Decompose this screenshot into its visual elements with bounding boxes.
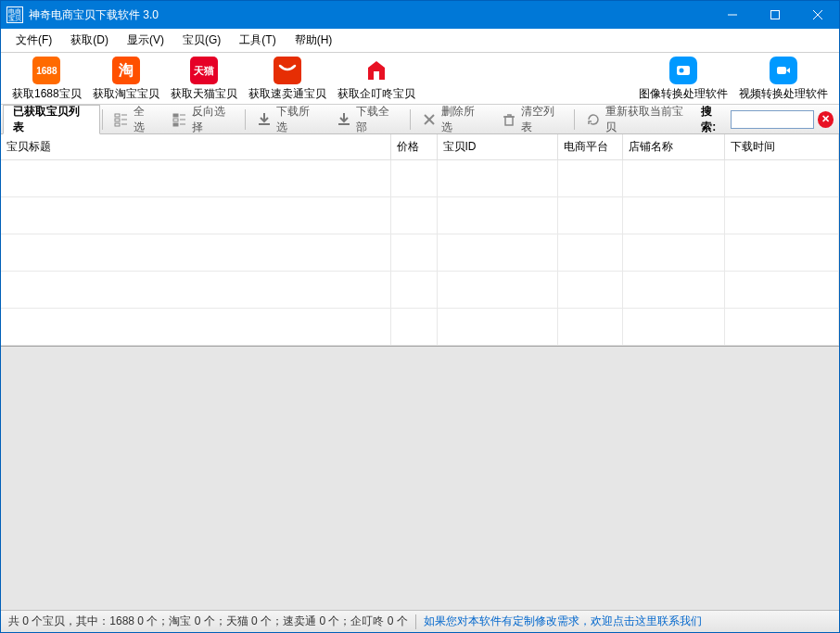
clear-search-button[interactable]: ✕ (818, 111, 834, 128)
table-row[interactable] (1, 309, 839, 346)
menu-bar: 文件(F) 获取(D) 显示(V) 宝贝(G) 工具(T) 帮助(H) (1, 29, 839, 53)
table-row[interactable] (1, 234, 839, 272)
col-shop[interactable]: 店铺名称 (622, 134, 724, 160)
table-header-row: 宝贝标题 价格 宝贝ID 电商平台 店铺名称 下载时间 (1, 134, 839, 160)
table-row[interactable] (1, 160, 839, 197)
acquire-tmall-button[interactable]: 天猫 获取天猫宝贝 (165, 55, 243, 104)
acquire-taobao-button[interactable]: 淘 获取淘宝宝贝 (87, 55, 165, 104)
svg-rect-11 (173, 114, 178, 117)
icon-qdd (363, 57, 390, 84)
col-title[interactable]: 宝贝标题 (1, 134, 390, 160)
select-all-icon (112, 110, 131, 129)
col-id[interactable]: 宝贝ID (437, 134, 557, 160)
download-all-icon (335, 110, 353, 129)
reacquire-button[interactable]: 重新获取当前宝贝 (577, 100, 701, 139)
search-box: 搜索: ✕ (701, 104, 837, 135)
svg-point-6 (680, 69, 684, 73)
download-all-button[interactable]: 下载全部 (327, 100, 407, 139)
select-all-button[interactable]: 全选 (105, 100, 163, 139)
icon-1688: 1688 (32, 57, 60, 84)
download-icon (255, 110, 274, 129)
svg-rect-8 (115, 114, 120, 117)
status-bar: 共 0 个宝贝，其中：1688 0 个；淘宝 0 个；天猫 0 个；速卖通 0 … (1, 610, 839, 632)
svg-rect-18 (505, 117, 513, 125)
delete-selected-button[interactable]: 删除所选 (413, 100, 492, 139)
acquire-qdd-button[interactable]: 获取企叮咚宝贝 (332, 55, 421, 104)
contact-link[interactable]: 如果您对本软件有定制修改需求，欢迎点击这里联系我们 (424, 614, 702, 629)
window-title: 神奇电商宝贝下载软件 3.0 (29, 7, 711, 23)
image-convert-button[interactable]: 图像转换处理软件 (633, 55, 733, 104)
empty-detail-area (1, 346, 839, 610)
icon-smt (274, 57, 301, 84)
video-convert-icon (770, 57, 797, 84)
video-convert-button[interactable]: 视频转换处理软件 (733, 55, 834, 104)
col-platform[interactable]: 电商平台 (557, 134, 622, 160)
search-input[interactable] (731, 110, 814, 129)
search-label: 搜索: (701, 104, 726, 135)
secondary-toolbar: 已获取宝贝列表 全选 反向选择 下载所选 下载全部 删除所选 清空列表 重新获取… (1, 105, 839, 134)
delete-icon (420, 110, 439, 129)
invert-selection-icon (171, 110, 189, 129)
col-dltime[interactable]: 下载时间 (724, 134, 839, 160)
svg-rect-12 (173, 119, 178, 121)
tab-acquired-list[interactable]: 已获取宝贝列表 (3, 105, 100, 134)
menu-display[interactable]: 显示(V) (118, 30, 173, 51)
main-toolbar: 1688 获取1688宝贝 淘 获取淘宝宝贝 天猫 获取天猫宝贝 获取速卖通宝贝… (1, 53, 839, 105)
menu-tool[interactable]: 工具(T) (230, 30, 285, 51)
image-convert-icon (669, 57, 697, 84)
menu-acquire[interactable]: 获取(D) (61, 30, 118, 51)
svg-rect-14 (259, 123, 270, 125)
acquire-1688-button[interactable]: 1688 获取1688宝贝 (6, 55, 87, 104)
minimize-button[interactable] (711, 1, 754, 29)
clear-icon (500, 110, 518, 129)
menu-file[interactable]: 文件(F) (6, 30, 61, 51)
acquire-smt-button[interactable]: 获取速卖通宝贝 (243, 55, 332, 104)
icon-taobao: 淘 (112, 57, 140, 84)
svg-rect-4 (374, 71, 379, 80)
title-bar: 电商宝贝 神奇电商宝贝下载软件 3.0 (1, 1, 839, 29)
col-price[interactable]: 价格 (390, 134, 437, 160)
app-icon: 电商宝贝 (6, 6, 23, 23)
icon-tmall: 天猫 (190, 57, 218, 84)
table-row[interactable] (1, 272, 839, 309)
svg-rect-9 (115, 119, 120, 121)
clear-list-button[interactable]: 清空列表 (492, 100, 572, 139)
svg-rect-1 (771, 11, 780, 19)
window-controls (711, 1, 839, 29)
svg-rect-15 (338, 123, 350, 125)
menu-help[interactable]: 帮助(H) (286, 30, 342, 51)
invert-selection-button[interactable]: 反向选择 (163, 100, 243, 139)
download-selected-button[interactable]: 下载所选 (248, 100, 327, 139)
status-count-text: 共 0 个宝贝，其中：1688 0 个；淘宝 0 个；天猫 0 个；速卖通 0 … (8, 614, 408, 629)
item-table: 宝贝标题 价格 宝贝ID 电商平台 店铺名称 下载时间 (1, 134, 839, 346)
table-row[interactable] (1, 197, 839, 234)
svg-rect-13 (173, 123, 178, 126)
maximize-button[interactable] (754, 1, 796, 29)
svg-rect-10 (115, 123, 120, 126)
svg-rect-7 (777, 67, 786, 74)
refresh-icon (584, 110, 603, 129)
menu-item[interactable]: 宝贝(G) (173, 30, 230, 51)
close-button[interactable] (796, 1, 839, 29)
